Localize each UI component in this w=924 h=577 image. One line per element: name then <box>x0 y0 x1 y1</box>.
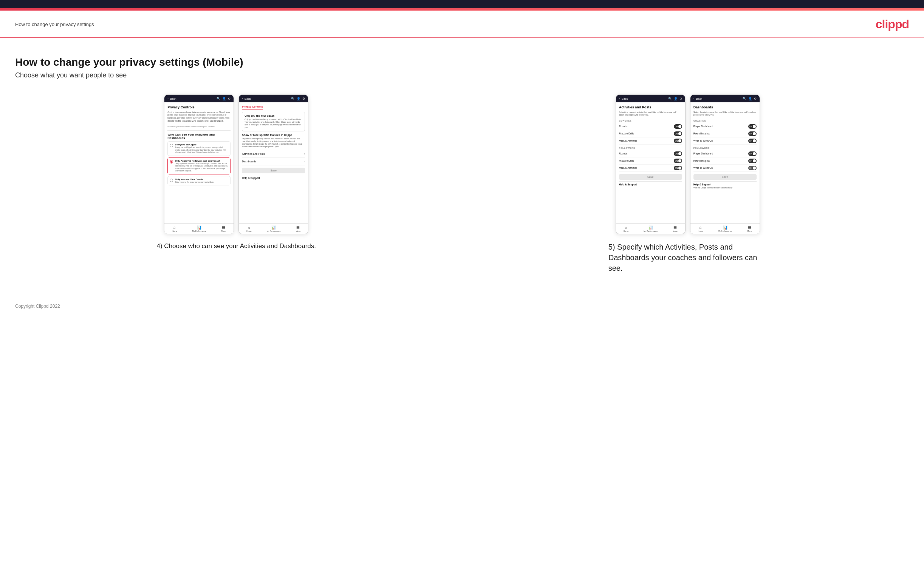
nav-home-1[interactable]: ⌂ Home <box>172 226 177 232</box>
phone-header-icons-3: 🔍 👤 ⚙ <box>668 97 682 100</box>
radio-everyone-content: Everyone on Clippd Everyone on Clippd ca… <box>175 143 228 154</box>
nav-home-3[interactable]: ⌂ Home <box>624 226 628 232</box>
page-subtitle: Choose what you want people to see <box>15 71 909 79</box>
menu-icon-2: ☰ <box>296 226 300 230</box>
nav-performance-1[interactable]: 📊 My Performance <box>192 226 206 232</box>
radio-circle-only-you <box>170 179 173 182</box>
performance-label-3: My Performance <box>644 230 657 232</box>
dashboards-link[interactable]: Dashboards › <box>242 158 305 165</box>
activities-posts-label: Activities and Posts <box>242 153 265 155</box>
phone-nav-1: ⌂ Home 📊 My Performance ☰ Menu <box>165 223 234 234</box>
save-button-3[interactable]: Save <box>619 174 682 180</box>
phone-back-4[interactable]: ‹ Back <box>693 97 702 100</box>
copyright: Copyright Clippd 2022 <box>15 304 60 309</box>
toggle-followers-round-insights-control[interactable]: ON <box>748 159 757 163</box>
toggle-coaches-player-dash: Player Dashboard ON <box>693 123 757 130</box>
phone-content-2: Privacy Controls Only You and Your Coach… <box>239 102 308 223</box>
menu-icon-1: ☰ <box>222 226 225 230</box>
nav-menu-4[interactable]: ☰ Menu <box>747 226 752 232</box>
radio-circle-everyone <box>170 144 173 147</box>
menu-label-1: Menu <box>221 230 226 232</box>
nav-performance-2[interactable]: 📊 My Performance <box>267 226 281 232</box>
toggle-coaches-rounds-control[interactable]: ON <box>674 124 682 129</box>
tooltip-desc: Only you and the coaches you connect wit… <box>244 118 302 129</box>
nav-menu-1[interactable]: ☰ Menu <box>221 226 226 232</box>
nav-home-2[interactable]: ⌂ Home <box>246 226 251 232</box>
dashboards-chevron-icon: › <box>304 160 305 163</box>
toggle-followers-what-control[interactable]: ON <box>748 166 757 170</box>
settings-icon-3[interactable]: ⚙ <box>680 97 682 100</box>
save-button-2[interactable]: Save <box>242 168 305 173</box>
on-label-fri: ON <box>750 160 753 162</box>
back-label-1: Back <box>170 97 176 100</box>
performance-label-4: My Performance <box>718 230 732 232</box>
person-icon-4[interactable]: 👤 <box>748 97 752 100</box>
search-icon-3[interactable]: 🔍 <box>668 97 672 100</box>
toggle-coaches-manual: Manual Activities ON <box>619 137 682 145</box>
tooltip-title: Only You and Your Coach <box>244 114 302 117</box>
on-label-fp: ON <box>675 160 678 162</box>
toggle-followers-manual-control[interactable]: ON <box>674 166 682 170</box>
toggle-followers-round-insights-label: Round Insights <box>693 160 710 162</box>
dashboards-title: Dashboards <box>693 105 757 109</box>
radio-everyone[interactable]: Everyone on Clippd Everyone on Clippd ca… <box>167 141 231 156</box>
caption-1: 4) Choose who can see your Activities an… <box>157 242 316 251</box>
nav-performance-3[interactable]: 📊 My Performance <box>644 226 657 232</box>
home-icon-2: ⌂ <box>248 226 250 230</box>
caption-2-text: 5) Specify which Activities, Posts and D… <box>609 243 758 272</box>
person-icon-2[interactable]: 👤 <box>297 97 300 100</box>
toggle-followers-player-dash: Player Dashboard ON <box>693 150 757 158</box>
toggle-coaches-manual-label: Manual Activities <box>619 139 637 142</box>
toggle-coaches-player-control[interactable]: ON <box>748 124 757 129</box>
toggle-coaches-practice-control[interactable]: ON <box>674 131 682 136</box>
toggle-coaches-what-label: What To Work On <box>693 139 713 142</box>
phone-back-1[interactable]: ‹ Back <box>167 97 176 100</box>
who-can-see-label: Who Can See Your Activities and Dashboar… <box>167 133 231 140</box>
help-support-3: Help & Support <box>619 181 682 187</box>
page-title: How to change your privacy settings (Mob… <box>15 56 909 68</box>
back-label-4: Back <box>696 97 702 100</box>
save-button-4[interactable]: Save <box>693 174 757 180</box>
phone-nav-3: ⌂ Home 📊 My Performance ☰ Menu <box>616 223 685 234</box>
privacy-controls-tab[interactable]: Privacy Controls <box>242 105 263 110</box>
home-label-1: Home <box>172 230 177 232</box>
nav-menu-3[interactable]: ☰ Menu <box>673 226 678 232</box>
nav-home-4[interactable]: ⌂ Home <box>698 226 703 232</box>
screenshot-pair-2: ‹ Back 🔍 👤 ⚙ Activities and Posts Select… <box>467 94 909 234</box>
activities-posts-link[interactable]: Activities and Posts › <box>242 150 305 158</box>
settings-icon-4[interactable]: ⚙ <box>754 97 757 100</box>
radio-approved[interactable]: Only Approved Followers and Your Coach O… <box>167 158 231 174</box>
person-icon-1[interactable]: 👤 <box>222 97 226 100</box>
nav-performance-4[interactable]: 📊 My Performance <box>718 226 732 232</box>
help-desc-4: Visit our Clippd community to troublesho… <box>693 187 757 189</box>
on-label-fr: ON <box>675 153 678 155</box>
settings-icon-2[interactable]: ⚙ <box>302 97 305 100</box>
toggle-coaches-what-control[interactable]: ON <box>748 139 757 143</box>
phone-back-3[interactable]: ‹ Back <box>619 97 628 100</box>
toggle-followers-practice: Practice Drills ON <box>619 158 682 164</box>
toggle-coaches-round-insights-control[interactable]: ON <box>748 131 757 136</box>
phone-header-1: ‹ Back 🔍 👤 ⚙ <box>165 95 234 102</box>
settings-icon-1[interactable]: ⚙ <box>228 97 231 100</box>
toggle-followers-practice-control[interactable]: ON <box>674 159 682 163</box>
on-label-cm: ON <box>675 140 678 142</box>
on-label-cpd: ON <box>750 126 753 127</box>
performance-label-2: My Performance <box>267 230 281 232</box>
radio-only-you[interactable]: Only You and Your Coach Only you and the… <box>167 176 231 186</box>
toggle-coaches-player-label: Player Dashboard <box>693 125 713 127</box>
person-icon-3[interactable]: 👤 <box>674 97 678 100</box>
search-icon-1[interactable]: 🔍 <box>216 97 220 100</box>
toggle-coaches-rounds-label: Rounds <box>619 125 627 127</box>
home-icon-3: ⌂ <box>625 226 627 230</box>
activities-posts-title: Activities and Posts <box>619 105 682 109</box>
toggle-followers-player-control[interactable]: ON <box>748 152 757 156</box>
phone-back-2[interactable]: ‹ Back <box>242 97 250 100</box>
toggle-coaches-manual-control[interactable]: ON <box>674 139 682 143</box>
search-icon-4[interactable]: 🔍 <box>743 97 746 100</box>
toggle-followers-player-label: Player Dashboard <box>693 152 713 155</box>
search-icon-2[interactable]: 🔍 <box>291 97 295 100</box>
privacy-controls-desc: Control how you and your data appears to… <box>167 111 231 123</box>
toggle-followers-rounds-control[interactable]: ON <box>674 152 682 156</box>
phone-content-4: Dashboards Select the dashboards that yo… <box>690 102 759 223</box>
nav-menu-2[interactable]: ☰ Menu <box>296 226 301 232</box>
